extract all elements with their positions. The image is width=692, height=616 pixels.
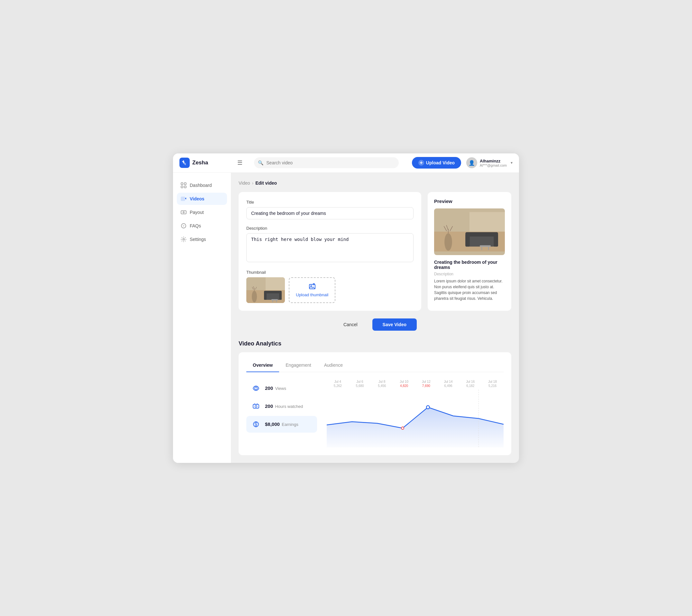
stat-hours-value: 200 — [265, 403, 273, 409]
search-input[interactable] — [254, 157, 399, 168]
breadcrumb-parent: Video — [239, 180, 250, 186]
hamburger-icon[interactable]: ☰ — [237, 159, 242, 166]
stat-hours-content: 200 Hours watched — [265, 403, 303, 409]
svg-rect-23 — [272, 299, 278, 300]
sidebar-item-videos[interactable]: Videos — [177, 193, 227, 205]
preview-video-title: Creating the bedroom of your dreams — [434, 260, 505, 270]
chart-svg-wrap — [327, 389, 503, 447]
chart-date-6: Jul 16 — [466, 380, 475, 383]
chart-area: Jul 4 5,262 Jul 6 5,680 Jul 8 5,456 — [327, 380, 503, 447]
svg-rect-20 — [264, 291, 282, 293]
chart-val-7: 5,216 — [489, 384, 497, 388]
save-video-button[interactable]: Save Video — [372, 318, 417, 331]
stat-earnings-label: Earnings — [282, 422, 298, 427]
thumbnail-row: Upload thumbnail — [246, 277, 413, 303]
svg-point-43 — [255, 387, 257, 389]
preview-card: Preview — [428, 192, 511, 311]
upload-thumb-icon — [308, 283, 316, 291]
chevron-down-icon: ▾ — [511, 161, 513, 165]
chart-dates: Jul 4 5,262 Jul 6 5,680 Jul 8 5,456 — [327, 380, 503, 388]
chart-date-7: Jul 18 — [488, 380, 497, 383]
chart-date-4: Jul 12 — [422, 380, 431, 383]
analytics-tabs: Overview Engagement Audience — [246, 360, 503, 372]
sidebar-item-settings[interactable]: Settings — [177, 233, 227, 246]
form-card: Title Description This right here would … — [239, 192, 421, 311]
tab-audience[interactable]: Audience — [318, 360, 349, 372]
preview-image-svg — [434, 209, 505, 255]
sidebar-item-label-dashboard: Dashboard — [190, 183, 212, 188]
sidebar: Dashboard Videos Payout — [173, 173, 231, 463]
user-email: Al***@gmail.com — [480, 164, 507, 167]
stat-hours-label: Hours watched — [275, 404, 303, 409]
svg-rect-21 — [264, 292, 266, 300]
svg-point-7 — [183, 212, 184, 213]
svg-rect-4 — [184, 186, 186, 188]
thumbnail-image — [246, 277, 285, 303]
chart-date-3: Jul 10 — [400, 380, 408, 383]
svg-rect-22 — [279, 292, 282, 300]
analytics-stats: 200 Views — [246, 380, 317, 433]
analytics-card: Overview Engagement Audience — [239, 352, 511, 455]
user-name: Alhaminzz — [480, 158, 507, 164]
chart-area-fill — [327, 407, 503, 447]
svg-rect-39 — [494, 234, 498, 247]
title-input[interactable] — [246, 207, 413, 219]
description-textarea[interactable]: This right here would blow your mind — [246, 233, 413, 262]
stat-views: 200 Views — [246, 380, 317, 397]
svg-rect-38 — [465, 234, 470, 247]
logo-area: Zesha — [179, 157, 237, 168]
search-icon: 🔍 — [258, 160, 263, 165]
user-info: Alhaminzz Al***@gmail.com — [480, 158, 507, 167]
sidebar-item-faqs[interactable]: ? FAQs — [177, 220, 227, 232]
upload-btn-label: Upload Video — [426, 160, 455, 165]
chart-col-7: Jul 18 5,216 — [481, 380, 503, 388]
svg-point-31 — [445, 233, 452, 251]
tab-overview[interactable]: Overview — [246, 360, 279, 372]
chart-col-4: Jul 12 7,690 — [415, 380, 437, 388]
upload-video-button[interactable]: + Upload Video — [412, 157, 461, 169]
chart-col-6: Jul 16 6,182 — [459, 380, 482, 388]
chart-val-3: 4,820 — [400, 384, 408, 388]
sidebar-item-label-settings: Settings — [190, 237, 206, 242]
chart-col-0: Jul 4 5,262 — [327, 380, 349, 388]
sidebar-item-label-videos: Videos — [190, 196, 204, 201]
stat-hours: 200 Hours watched — [246, 398, 317, 415]
faqs-icon: ? — [181, 223, 187, 229]
preview-label: Preview — [434, 198, 505, 204]
stat-views-label: Views — [275, 386, 286, 391]
hours-icon — [251, 401, 261, 411]
chart-col-5: Jul 14 6,496 — [437, 380, 459, 388]
stat-earnings-content: $8,000 Earnings — [265, 421, 298, 427]
analytics-body: 200 Views — [246, 380, 503, 447]
svg-rect-37 — [465, 232, 498, 236]
plus-icon: + — [418, 160, 424, 166]
cancel-button[interactable]: Cancel — [333, 318, 368, 331]
stat-views-content: 200 Views — [265, 385, 286, 391]
chart-col-3: Jul 10 4,820 — [393, 380, 415, 388]
stat-earnings-value: $8,000 — [265, 421, 280, 427]
upload-thumbnail-label: Upload thumbnail — [296, 292, 328, 297]
user-area[interactable]: 👤 Alhaminzz Al***@gmail.com ▾ — [466, 157, 513, 168]
body-wrap: Dashboard Videos Payout — [173, 173, 519, 463]
svg-rect-6 — [181, 211, 186, 214]
title-label: Title — [246, 200, 413, 205]
stat-views-value: 200 — [265, 385, 273, 391]
svg-text:?: ? — [182, 225, 184, 228]
chart-val-4: 7,690 — [422, 384, 430, 388]
earnings-icon — [251, 419, 261, 429]
svg-point-14 — [252, 291, 257, 302]
svg-rect-1 — [181, 183, 183, 185]
svg-point-45 — [255, 405, 257, 407]
videos-icon — [181, 196, 187, 202]
sidebar-item-dashboard[interactable]: Dashboard — [177, 179, 227, 191]
action-row: Cancel Save Video — [239, 318, 511, 331]
sidebar-item-payout[interactable]: Payout — [177, 206, 227, 218]
upload-thumbnail-button[interactable]: Upload thumbnail — [289, 277, 336, 303]
svg-rect-40 — [480, 245, 491, 247]
tab-engagement[interactable]: Engagement — [279, 360, 317, 372]
svg-rect-44 — [253, 404, 259, 408]
thumbnail-preview — [246, 277, 285, 303]
chart-val-6: 6,182 — [466, 384, 474, 388]
chart-val-2: 5,456 — [378, 384, 386, 388]
preview-description-text: Lorem ipsum dolor sit amet consectetur. … — [434, 278, 505, 301]
